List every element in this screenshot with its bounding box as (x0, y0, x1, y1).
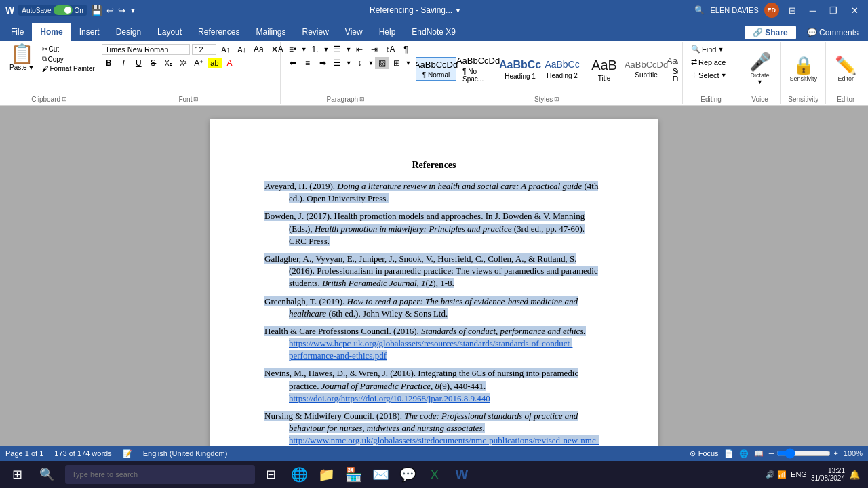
multilevel-btn[interactable]: ☰ (330, 43, 344, 56)
select-dd[interactable]: ▼ (721, 72, 727, 79)
undo-icon[interactable]: ↩ (106, 5, 114, 16)
decrease-indent-btn[interactable]: ⇤ (353, 43, 366, 56)
ref5-link[interactable]: https://www.hcpc-uk.org/globalassets/res… (289, 338, 572, 361)
tab-review[interactable]: Review (294, 23, 336, 41)
align-dd[interactable]: ▼ (346, 60, 352, 66)
view-mode-web[interactable]: 🌐 (739, 449, 749, 458)
editor-button[interactable]: ✏️ Editor (830, 53, 861, 85)
store-app[interactable]: 🏪 (340, 462, 366, 487)
line-spacing-btn[interactable]: ↕ (353, 57, 367, 69)
shading-btn[interactable]: ▧ (375, 57, 389, 69)
font-family-selector[interactable] (102, 44, 190, 55)
zoom-decrease[interactable]: ─ (769, 449, 774, 458)
tab-endnote[interactable]: EndNote X9 (403, 23, 464, 41)
zoom-slider[interactable]: ─ + (769, 448, 838, 459)
style-heading2[interactable]: AaBbCc Heading 2 (542, 56, 583, 81)
share-button[interactable]: 🔗 Share (745, 26, 796, 39)
tab-mailings[interactable]: Mailings (248, 23, 294, 41)
subscript-btn[interactable]: X₂ (161, 58, 175, 68)
teams-app[interactable]: 💬 (395, 462, 420, 487)
font-expander[interactable]: ⊡ (193, 96, 199, 102)
search-taskbar-btn[interactable]: 🔍 (33, 462, 61, 487)
increase-indent-btn[interactable]: ⇥ (368, 43, 381, 56)
styles-expander[interactable]: ⊡ (554, 96, 559, 102)
select-button[interactable]: ⊹ Select ▼ (688, 69, 730, 81)
align-center-btn[interactable]: ≡ (301, 57, 315, 69)
tab-design[interactable]: Design (108, 23, 149, 41)
file-explorer[interactable]: 📁 (313, 462, 339, 487)
tab-file[interactable]: File (3, 23, 32, 41)
format-painter-button[interactable]: 🖌 Format Painter (40, 64, 97, 73)
underline-button[interactable]: U (132, 57, 145, 69)
cut-button[interactable]: ✂ Cut (40, 45, 97, 54)
view-mode-reader[interactable]: 📖 (754, 449, 764, 458)
autosave-toggle[interactable] (54, 5, 73, 15)
dictate-button[interactable]: 🎤 Dictate ▼ (745, 49, 776, 88)
excel-app[interactable]: X (422, 462, 448, 487)
ref7-link[interactable]: http://www.nmc.org.uk/globalassets/sited… (289, 435, 599, 446)
word-app[interactable]: W (449, 462, 475, 487)
sensitivity-button[interactable]: 🔒 Sensitivity (785, 53, 823, 85)
language-indicator[interactable]: English (United Kingdom) (143, 449, 228, 458)
zoom-increase[interactable]: + (833, 449, 837, 458)
multilevel-dd[interactable]: ▼ (345, 46, 351, 53)
align-left-btn[interactable]: ⬅ (286, 57, 300, 69)
text-effect-btn[interactable]: A⁺ (191, 57, 206, 69)
focus-button[interactable]: ⊙ Focus (690, 449, 719, 458)
title-dropdown-icon[interactable]: ▼ (454, 7, 461, 14)
style-no-space[interactable]: AaBbCcDd ¶ No Spac... (458, 53, 498, 84)
paste-button[interactable]: 📋 Paste ▼ (7, 43, 37, 94)
spacing-dd[interactable]: ▼ (368, 60, 374, 66)
borders-btn[interactable]: ⊞ (390, 57, 403, 69)
close-btn[interactable]: ✕ (847, 4, 863, 17)
user-avatar[interactable]: ED (764, 3, 779, 18)
sort-btn[interactable]: ↕A (382, 43, 397, 56)
show-formatting-btn[interactable]: ¶ (399, 43, 412, 56)
tab-view[interactable]: View (337, 23, 371, 41)
task-view-btn[interactable]: ⊟ (256, 462, 285, 487)
clipboard-expander[interactable]: ⊡ (62, 96, 67, 102)
font-size-input[interactable] (192, 44, 216, 55)
dictate-dd[interactable]: ▼ (757, 79, 763, 85)
align-right-btn[interactable]: ➡ (316, 57, 330, 69)
paste-dropdown[interactable]: ▼ (28, 64, 35, 71)
tab-home[interactable]: Home (32, 23, 71, 41)
numbering-btn[interactable]: 1. (309, 43, 322, 56)
italic-button[interactable]: I (117, 57, 130, 69)
style-subtle-em[interactable]: AaBbCcDd Subtle Em... (668, 53, 678, 84)
quick-access-dropdown[interactable]: ▼ (130, 7, 136, 14)
restore-btn[interactable]: ❐ (825, 4, 842, 17)
mail-app[interactable]: ✉️ (368, 462, 393, 487)
search-icon[interactable]: 🔍 (694, 5, 705, 15)
strikethrough-button[interactable]: S̶ (146, 57, 160, 69)
find-button[interactable]: 🔍 Find ▼ (688, 43, 726, 55)
save-icon[interactable]: 💾 (91, 5, 102, 16)
comments-button[interactable]: 💬 Comments (800, 26, 865, 39)
redo-icon[interactable]: ↪ (118, 5, 125, 16)
justify-btn[interactable]: ☰ (331, 57, 344, 69)
tab-layout[interactable]: Layout (149, 23, 190, 41)
zoom-range[interactable] (776, 448, 831, 459)
ribbon-display-btn[interactable]: ⊟ (785, 4, 800, 17)
style-heading1[interactable]: AaBbCc Heading 1 (500, 56, 540, 82)
ref6-link[interactable]: https://doi.org/https://doi.org/10.12968… (289, 393, 490, 403)
replace-button[interactable]: ⇄ Replace (688, 56, 728, 68)
copy-button[interactable]: ⧉ Copy (40, 54, 97, 64)
notification-icon[interactable]: 🔔 (849, 470, 860, 480)
superscript-btn[interactable]: X² (176, 58, 190, 68)
highlight-btn[interactable]: ab (208, 58, 221, 68)
increase-font-btn[interactable]: A↑ (218, 44, 233, 55)
decrease-font-btn[interactable]: A↓ (235, 44, 249, 55)
start-button[interactable]: ⊞ (3, 462, 31, 487)
tab-help[interactable]: Help (371, 23, 404, 41)
style-subtitle[interactable]: AaBbCcDd Subtitle (626, 57, 667, 81)
style-title[interactable]: AaB Title (584, 54, 625, 84)
zoom-level[interactable]: 100% (844, 449, 863, 458)
paragraph-expander[interactable]: ⊡ (359, 96, 365, 102)
bullets-dd[interactable]: ▼ (301, 46, 307, 53)
minimize-btn[interactable]: ─ (806, 4, 820, 17)
numbering-dd[interactable]: ▼ (323, 46, 330, 53)
tab-insert[interactable]: Insert (71, 23, 108, 41)
font-color-btn[interactable]: A (223, 57, 237, 69)
bullets-btn[interactable]: ≡• (286, 43, 300, 56)
